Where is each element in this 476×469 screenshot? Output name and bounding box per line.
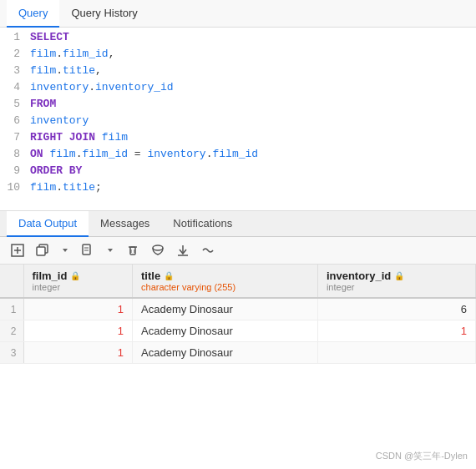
line-code: film.title, <box>30 64 476 77</box>
top-tab-bar: Query Query History <box>0 0 476 28</box>
line-code: film.title; <box>30 181 476 194</box>
code-line: 1SELECT <box>0 31 476 48</box>
column-name: film_id🔒 <box>33 270 124 282</box>
cell-title: Academy Dinosaur <box>133 342 318 364</box>
line-number: 10 <box>0 181 30 194</box>
code-token: film_id <box>82 148 128 160</box>
code-token: inventory_id <box>95 81 174 93</box>
line-number: 4 <box>0 81 30 93</box>
tab-query-history[interactable]: Query History <box>59 0 149 28</box>
row-number: 1 <box>0 298 23 320</box>
column-header-film_id: film_id🔒integer <box>23 265 133 298</box>
line-number: 9 <box>0 164 30 177</box>
row-number: 3 <box>0 342 23 364</box>
svg-marker-5 <box>63 249 68 252</box>
column-header-inventory_id: inventory_id🔒integer <box>317 265 475 298</box>
cell-inventory-id: 1 <box>317 320 475 342</box>
code-token: title <box>63 181 95 194</box>
code-token: film_id <box>63 48 109 60</box>
code-token: . <box>56 64 63 77</box>
code-token: film <box>30 181 56 194</box>
line-code: SELECT <box>30 31 476 43</box>
cell-film-id: 1 <box>23 342 133 364</box>
code-token: title <box>63 64 95 77</box>
svg-rect-4 <box>37 247 45 255</box>
code-token: inventory <box>30 114 89 127</box>
code-line: 9ORDER BY <box>0 164 476 181</box>
paste-dropdown-button[interactable] <box>102 244 119 257</box>
code-token: , <box>95 64 102 77</box>
add-row-button[interactable] <box>7 241 28 260</box>
tab-notifications[interactable]: Notifications <box>161 211 244 237</box>
table-row: 21Academy Dinosaur1 <box>0 320 476 342</box>
line-code: RIGHT JOIN film <box>30 131 476 144</box>
code-line: 7RIGHT JOIN film <box>0 131 476 148</box>
line-code: inventory.inventory_id <box>30 81 476 93</box>
watermark: CSDN @笑三年-Dylen <box>376 450 468 462</box>
tab-query[interactable]: Query <box>7 0 59 28</box>
line-number: 2 <box>0 48 30 60</box>
tab-data-output[interactable]: Data Output <box>7 211 89 237</box>
data-output-table: film_id🔒integertitle🔒character varying (… <box>0 265 476 431</box>
code-token: film <box>30 64 56 77</box>
cell-film-id: 1 <box>23 320 133 342</box>
code-line: 8 ON film.film_id = inventory.film_id <box>0 148 476 164</box>
code-line: 10 film.title; <box>0 181 476 198</box>
code-line: 2 film.film_id, <box>0 48 476 64</box>
code-token: film <box>95 131 128 144</box>
code-token: = <box>128 148 147 160</box>
column-type: character varying (255) <box>141 282 309 292</box>
data-toolbar <box>0 237 476 265</box>
line-code: FROM <box>30 98 476 110</box>
lock-icon: 🔒 <box>70 271 80 280</box>
table-row: 31Academy Dinosaur <box>0 342 476 364</box>
cell-title: Academy Dinosaur <box>133 320 318 342</box>
line-code: film.film_id, <box>30 48 476 60</box>
save-db-button[interactable] <box>147 241 169 260</box>
row-number: 2 <box>0 320 23 342</box>
paste-button[interactable] <box>77 241 99 260</box>
code-token: FROM <box>30 98 56 110</box>
code-token: RIGHT JOIN <box>30 131 95 144</box>
line-number: 7 <box>0 131 30 144</box>
column-header-title: title🔒character varying (255) <box>133 265 318 298</box>
code-line: 5FROM <box>0 98 476 114</box>
lock-icon: 🔒 <box>164 271 174 280</box>
code-token: . <box>56 181 63 194</box>
lock-icon: 🔒 <box>394 271 404 280</box>
svg-marker-9 <box>108 249 113 252</box>
line-code: ORDER BY <box>30 164 476 177</box>
line-number: 3 <box>0 64 30 77</box>
code-token: . <box>89 81 95 93</box>
code-token: , <box>109 48 115 60</box>
copy-button[interactable] <box>32 241 53 260</box>
code-token: . <box>56 48 63 60</box>
code-token: ; <box>95 181 102 194</box>
line-code: ON film.film_id = inventory.film_id <box>30 148 476 160</box>
code-token: ORDER BY <box>30 164 82 177</box>
delete-button[interactable] <box>122 241 144 260</box>
table-row: 11Academy Dinosaur6 <box>0 298 476 320</box>
code-token: ON <box>30 148 43 160</box>
code-token: film <box>43 148 76 160</box>
code-token: film_id <box>212 148 258 160</box>
download-button[interactable] <box>172 241 194 260</box>
column-type: integer <box>33 282 124 292</box>
code-token: film <box>30 48 56 60</box>
cell-title: Academy Dinosaur <box>133 298 318 320</box>
code-editor[interactable]: 1SELECT2 film.film_id,3 film.title,4 inv… <box>0 28 476 211</box>
column-type: integer <box>327 282 467 292</box>
code-line: 3 film.title, <box>0 64 476 81</box>
column-name: title🔒 <box>141 270 309 282</box>
tab-messages[interactable]: Messages <box>89 211 161 237</box>
graph-button[interactable] <box>197 241 219 260</box>
copy-dropdown-button[interactable] <box>57 244 73 257</box>
code-line: 6 inventory <box>0 114 476 131</box>
cell-inventory-id: 6 <box>317 298 475 320</box>
code-token: inventory <box>147 148 205 160</box>
svg-rect-6 <box>83 245 90 255</box>
line-number: 1 <box>0 31 30 43</box>
row-number-header <box>0 265 23 298</box>
line-number: 8 <box>0 148 30 160</box>
code-token: SELECT <box>30 31 69 43</box>
